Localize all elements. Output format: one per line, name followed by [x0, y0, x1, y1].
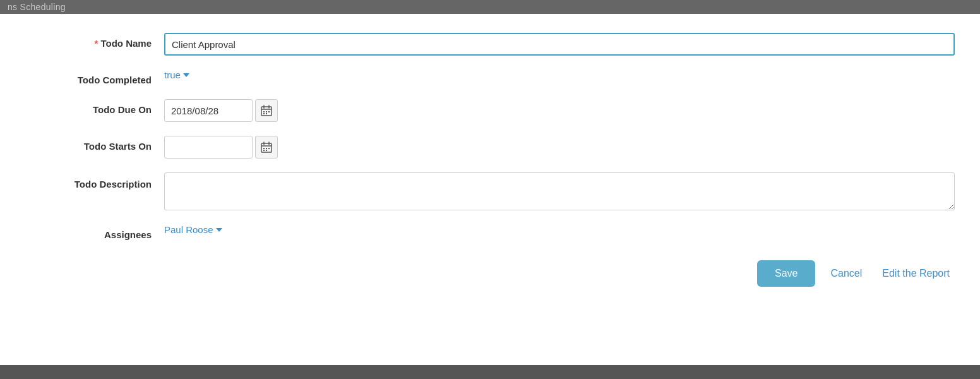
svg-rect-13: [263, 148, 265, 149]
bottom-bar: [0, 365, 980, 379]
todo-name-label: *Todo Name: [25, 33, 164, 49]
todo-starts-on-label: Todo Starts On: [25, 136, 164, 152]
todo-starts-on-input[interactable]: [164, 136, 253, 159]
main-content: *Todo Name Todo Completed true Todo Due …: [0, 14, 980, 365]
todo-description-label: Todo Description: [25, 172, 164, 190]
todo-completed-field: true: [164, 69, 955, 80]
todo-completed-row: Todo Completed true: [25, 69, 955, 85]
svg-rect-15: [268, 148, 270, 149]
todo-name-input[interactable]: [164, 33, 955, 56]
todo-starts-on-calendar-button[interactable]: [255, 136, 278, 159]
todo-completed-label: Todo Completed: [25, 69, 164, 85]
todo-starts-on-field: [164, 136, 955, 159]
top-bar-text: ns Scheduling: [8, 2, 66, 12]
todo-completed-dropdown[interactable]: true: [164, 69, 189, 80]
assignees-label: Assignees: [25, 224, 164, 240]
assignees-field: Paul Roose: [164, 224, 955, 235]
edit-report-button[interactable]: Edit the Report: [877, 260, 955, 287]
todo-due-on-calendar-button[interactable]: [255, 99, 278, 122]
svg-rect-6: [268, 111, 270, 112]
svg-rect-4: [263, 111, 265, 112]
assignees-dropdown[interactable]: Paul Roose: [164, 224, 222, 235]
todo-description-input[interactable]: [164, 172, 955, 210]
svg-rect-16: [263, 150, 265, 151]
assignees-arrow-icon: [216, 228, 222, 232]
todo-name-row: *Todo Name: [25, 33, 955, 56]
save-button[interactable]: Save: [757, 260, 815, 287]
todo-due-on-row: Todo Due On: [25, 99, 955, 122]
todo-name-field: [164, 33, 955, 56]
svg-rect-17: [266, 150, 267, 151]
assignees-row: Assignees Paul Roose: [25, 224, 955, 240]
calendar-icon: [260, 104, 273, 117]
todo-description-row: Todo Description: [25, 172, 955, 210]
todo-completed-value: true: [164, 69, 181, 80]
svg-rect-5: [266, 111, 267, 112]
todo-starts-on-row: Todo Starts On: [25, 136, 955, 159]
button-row: Save Cancel Edit the Report: [25, 260, 955, 287]
svg-rect-8: [266, 113, 267, 114]
top-bar: ns Scheduling: [0, 0, 980, 14]
assignees-value: Paul Roose: [164, 224, 213, 235]
todo-completed-arrow-icon: [183, 73, 189, 77]
todo-due-on-label: Todo Due On: [25, 99, 164, 115]
cancel-button[interactable]: Cancel: [825, 260, 867, 287]
todo-description-field: [164, 172, 955, 210]
calendar-icon: [260, 141, 273, 153]
todo-due-on-input[interactable]: [164, 99, 253, 122]
required-indicator: *: [95, 38, 99, 49]
todo-due-on-field: [164, 99, 955, 122]
svg-rect-7: [263, 113, 265, 114]
svg-rect-14: [266, 148, 267, 149]
